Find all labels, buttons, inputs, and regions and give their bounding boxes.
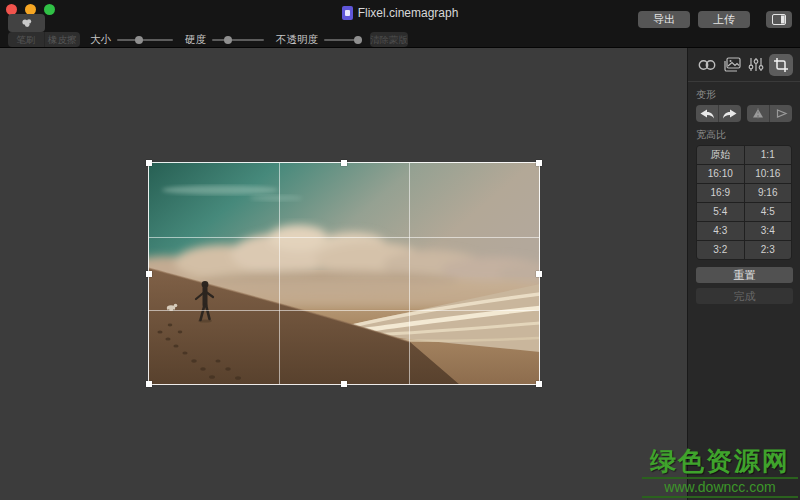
crop-icon [773, 57, 789, 73]
sidebar-toggle-button[interactable] [766, 11, 792, 28]
crop-handle-bottom-left[interactable] [146, 381, 152, 387]
document-icon [342, 6, 353, 20]
flip-group [747, 105, 792, 122]
done-button[interactable]: 完成 [696, 288, 793, 304]
crop-handle-bottom-middle[interactable] [341, 381, 347, 387]
crop-handle-top-left[interactable] [146, 160, 152, 166]
photos-icon [723, 57, 741, 72]
brush-toolbar: 笔刷 橡皮擦 大小 硬度 不透明度 清除蒙版 [0, 31, 408, 48]
size-slider[interactable] [117, 35, 173, 44]
titlebar: Flixel.cinemagraph 导出 上传 笔刷 橡皮擦 大小 [0, 0, 800, 48]
inspector-sidebar: 变形 [687, 48, 800, 500]
ratio-1-1[interactable]: 1:1 [745, 146, 792, 164]
flip-horizontal-icon [775, 108, 788, 119]
watermark: 绿色资源网 www.downcc.com [642, 446, 798, 498]
window-title: Flixel.cinemagraph [358, 6, 459, 20]
watermark-url: www.downcc.com [642, 477, 798, 498]
mask-brush-button[interactable] [8, 14, 45, 32]
size-label: 大小 [90, 33, 111, 47]
opacity-slider-thumb[interactable] [354, 36, 362, 44]
app-window: Flixel.cinemagraph 导出 上传 笔刷 橡皮擦 大小 [0, 0, 800, 500]
editor-canvas [0, 48, 687, 500]
tool-segmented-control: 笔刷 橡皮擦 [8, 32, 80, 47]
tab-loop[interactable] [695, 54, 719, 76]
opacity-label: 不透明度 [276, 33, 318, 47]
size-slider-track [117, 39, 173, 41]
ratio-10-16[interactable]: 10:16 [745, 165, 792, 183]
rotate-right-button[interactable] [718, 105, 741, 122]
flip-vertical-button[interactable] [747, 105, 769, 122]
crop-overlay[interactable] [148, 162, 540, 385]
upload-button[interactable]: 上传 [698, 11, 750, 28]
transform-section-label: 变形 [696, 88, 792, 102]
hardness-slider-track [212, 39, 264, 41]
ratio-9-16[interactable]: 9:16 [745, 184, 792, 202]
crop-handle-bottom-right[interactable] [536, 381, 542, 387]
crop-handle-top-middle[interactable] [341, 160, 347, 166]
reset-button[interactable]: 重置 [696, 267, 793, 283]
tab-media[interactable] [720, 54, 744, 76]
adjustments-icon [748, 57, 764, 72]
ratio-3-2[interactable]: 3:2 [697, 241, 744, 259]
ratio-2-3[interactable]: 2:3 [745, 241, 792, 259]
mask-brush-icon [19, 17, 35, 29]
hardness-label: 硬度 [185, 33, 206, 47]
ratio-3-4[interactable]: 3:4 [745, 222, 792, 240]
crop-gridline [149, 310, 539, 311]
hardness-slider-thumb[interactable] [224, 36, 232, 44]
ratio-16-10[interactable]: 16:10 [697, 165, 744, 183]
opacity-slider[interactable] [324, 35, 362, 44]
tab-crop[interactable] [769, 54, 793, 76]
ratio-4-5[interactable]: 4:5 [745, 203, 792, 221]
inspector-tabs [688, 48, 800, 82]
flip-vertical-icon [751, 108, 765, 119]
loop-icon [697, 58, 717, 72]
crop-gridline [409, 163, 410, 384]
crop-handle-middle-left[interactable] [146, 271, 152, 277]
brush-tool-button[interactable]: 笔刷 [8, 32, 45, 47]
clear-mask-button[interactable]: 清除蒙版 [370, 32, 408, 47]
rotate-group [696, 105, 741, 122]
tab-adjustments[interactable] [744, 54, 768, 76]
size-slider-thumb[interactable] [135, 36, 143, 44]
rotate-left-icon [699, 109, 715, 119]
crop-gridline [149, 237, 539, 238]
flip-horizontal-button[interactable] [769, 105, 792, 122]
crop-gridline [279, 163, 280, 384]
watermark-title: 绿色资源网 [642, 446, 798, 476]
crop-handle-top-right[interactable] [536, 160, 542, 166]
aspect-ratio-section-label: 宽高比 [696, 128, 792, 142]
ratio-original[interactable]: 原始 [697, 146, 744, 164]
crop-handle-middle-right[interactable] [536, 271, 542, 277]
export-button[interactable]: 导出 [638, 11, 690, 28]
ratio-4-3[interactable]: 4:3 [697, 222, 744, 240]
sidebar-toggle-icon [772, 14, 786, 25]
rotate-left-button[interactable] [696, 105, 718, 122]
aspect-ratio-grid: 原始 1:1 16:10 10:16 16:9 9:16 5:4 4:5 4:3… [696, 145, 792, 260]
transform-buttons [696, 105, 792, 122]
ratio-5-4[interactable]: 5:4 [697, 203, 744, 221]
eraser-tool-button[interactable]: 橡皮擦 [45, 32, 81, 47]
hardness-slider[interactable] [212, 35, 264, 44]
rotate-right-icon [722, 109, 738, 119]
zoom-button[interactable] [44, 4, 55, 15]
ratio-16-9[interactable]: 16:9 [697, 184, 744, 202]
